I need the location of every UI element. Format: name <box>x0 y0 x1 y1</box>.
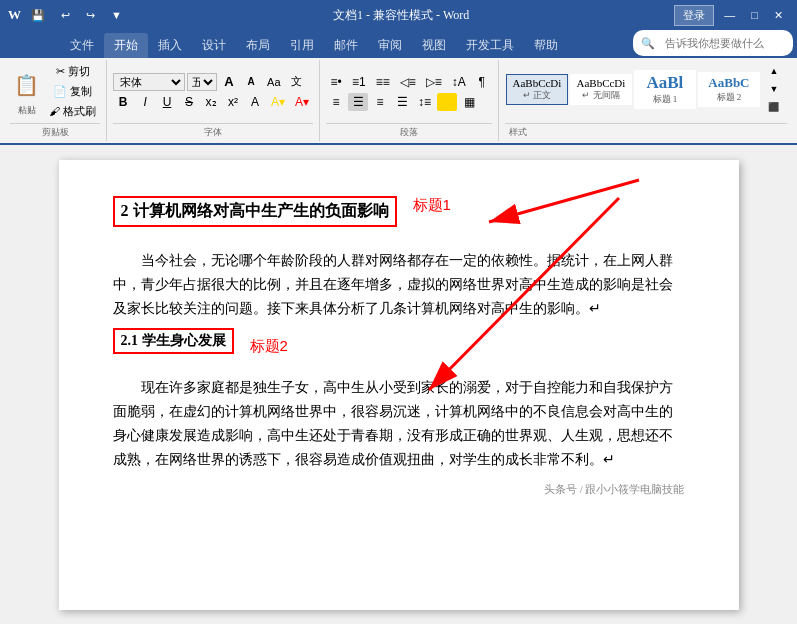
minimize-btn[interactable]: — <box>718 7 741 23</box>
styles-grid: AaBbCcDi ↵ 正文 AaBbCcDi ↵ 无间隔 AaBl 标题 1 <box>506 62 786 116</box>
watermark: 头条号 / 跟小小筱学电脑技能 <box>113 482 685 497</box>
styles-scroll-down[interactable]: ▼ <box>764 80 784 98</box>
ribbon-area: 📋 粘贴 ✂ 剪切 📄 复制 🖌 格式刷 剪贴板 宋体 <box>0 58 797 145</box>
font-section: 宋体 微软雅黑 黑体 五号 四号 三号 A A Aa 文 <box>107 60 320 141</box>
cut-btn[interactable]: ✂ 剪切 <box>45 62 100 81</box>
bold-btn[interactable]: B <box>113 93 133 111</box>
tab-view[interactable]: 视图 <box>412 33 456 58</box>
login-button[interactable]: 登录 <box>674 5 714 26</box>
styles-expand[interactable]: ⬛ <box>764 98 784 116</box>
clear-format-btn[interactable]: Aa <box>263 73 284 91</box>
line-spacing-btn[interactable]: ↕≡ <box>414 93 435 111</box>
style-h2-label: 标题 2 <box>717 91 742 104</box>
style-heading2[interactable]: AaBbC 标题 2 <box>698 72 760 107</box>
style-h1-preview: AaBl <box>647 73 684 93</box>
font-family-select[interactable]: 宋体 微软雅黑 黑体 <box>113 73 185 91</box>
heading1-text: 2 计算机网络对高中生产生的负面影响 <box>113 196 397 227</box>
heading1-label: 标题1 <box>413 196 451 215</box>
maximize-btn[interactable]: □ <box>745 7 764 23</box>
search-icon: 🔍 <box>641 37 655 50</box>
style-normal-label: ↵ 正文 <box>523 89 551 102</box>
show-marks-btn[interactable]: ¶ <box>472 73 492 91</box>
font-color-btn[interactable]: A▾ <box>291 93 313 111</box>
underline-btn[interactable]: U <box>157 93 177 111</box>
numbering-btn[interactable]: ≡1 <box>348 73 370 91</box>
tab-mailings[interactable]: 邮件 <box>324 33 368 58</box>
ribbon-content: 📋 粘贴 ✂ 剪切 📄 复制 🖌 格式刷 剪贴板 宋体 <box>0 58 797 143</box>
document-page: 2 计算机网络对高中生产生的负面影响 标题1 当今社会，无论哪个年龄阶段的人群对… <box>59 160 739 610</box>
justify-btn[interactable]: ☰ <box>392 93 412 111</box>
align-left-btn[interactable]: ≡ <box>326 93 346 111</box>
text-effect-btn[interactable]: A <box>245 93 265 111</box>
change-case-btn[interactable]: 文 <box>287 72 307 91</box>
align-right-btn[interactable]: ≡ <box>370 93 390 111</box>
redo-btn[interactable]: ↪ <box>80 7 101 24</box>
font-size-select[interactable]: 五号 四号 三号 <box>187 73 217 91</box>
style-no-spacing[interactable]: AaBbCcDi ↵ 无间隔 <box>570 74 632 105</box>
format-painter-btn[interactable]: 🖌 格式刷 <box>45 102 100 121</box>
tab-references[interactable]: 引用 <box>280 33 324 58</box>
title-bar-right: 登录 — □ ✕ <box>674 5 789 26</box>
heading2-label: 标题2 <box>250 337 288 356</box>
tab-layout[interactable]: 布局 <box>236 33 280 58</box>
paragraph-label: 段落 <box>326 123 492 139</box>
copy-btn[interactable]: 📄 复制 <box>45 82 100 101</box>
title-bar-left: W 💾 ↩ ↪ ▼ <box>8 7 128 24</box>
font-grow-btn[interactable]: A <box>219 72 239 91</box>
tab-file[interactable]: 文件 <box>60 33 104 58</box>
quick-save-btn[interactable]: 💾 <box>25 7 51 24</box>
font-label: 字体 <box>113 123 313 139</box>
customize-btn[interactable]: ▼ <box>105 7 128 23</box>
paste-btn[interactable]: 📋 <box>10 67 43 103</box>
paragraph-section: ≡• ≡1 ≡≡ ◁≡ ▷≡ ↕A ¶ ≡ ☰ ≡ ☰ ↕≡ <box>320 60 499 141</box>
style-nospacing-preview: AaBbCcDi <box>576 77 625 89</box>
tab-design[interactable]: 设计 <box>192 33 236 58</box>
title-bar-center: 文档1 - 兼容性模式 - Word <box>128 7 674 24</box>
undo-btn[interactable]: ↩ <box>55 7 76 24</box>
word-logo: W <box>8 7 21 23</box>
document-area: 2 计算机网络对高中生产生的负面影响 标题1 当今社会，无论哪个年龄阶段的人群对… <box>0 145 797 624</box>
tab-home[interactable]: 开始 <box>104 33 148 58</box>
tab-developer[interactable]: 开发工具 <box>456 33 524 58</box>
document-title: 文档1 - 兼容性模式 - Word <box>333 8 469 22</box>
subscript-btn[interactable]: x₂ <box>201 93 221 111</box>
clipboard-label: 剪贴板 <box>10 123 100 139</box>
paragraph2: 现在许多家庭都是独生子女，高中生从小受到家长的溺爱，对于自控能力和自我保护方面脆… <box>113 376 685 471</box>
styles-label: 样式 <box>505 123 787 139</box>
ribbon-tabs-bar: 文件 开始 插入 设计 布局 引用 邮件 审阅 视图 开发工具 帮助 🔍 <box>0 30 797 58</box>
shading-btn[interactable] <box>437 93 457 111</box>
style-h1-label: 标题 1 <box>653 93 678 106</box>
app-window: W 💾 ↩ ↪ ▼ 文档1 - 兼容性模式 - Word 登录 — □ ✕ 文件… <box>0 0 797 624</box>
style-normal[interactable]: AaBbCcDi ↵ 正文 <box>506 74 568 105</box>
heading2-text: 2.1 学生身心发展 <box>113 328 234 354</box>
font-shrink-btn[interactable]: A <box>241 73 261 91</box>
sort-btn[interactable]: ↕A <box>448 73 470 91</box>
tab-review[interactable]: 审阅 <box>368 33 412 58</box>
clipboard-buttons: 📋 粘贴 ✂ 剪切 📄 复制 🖌 格式刷 <box>10 62 100 121</box>
title-bar: W 💾 ↩ ↪ ▼ 文档1 - 兼容性模式 - Word 登录 — □ ✕ <box>0 0 797 30</box>
paragraph1: 当今社会，无论哪个年龄阶段的人群对网络都存在一定的依赖性。据统计，在上网人群中，… <box>113 249 685 320</box>
align-center-btn[interactable]: ☰ <box>348 93 368 111</box>
decrease-indent-btn[interactable]: ◁≡ <box>396 73 420 91</box>
highlight-btn[interactable]: A▾ <box>267 93 289 111</box>
borders-btn[interactable]: ▦ <box>459 93 479 111</box>
increase-indent-btn[interactable]: ▷≡ <box>422 73 446 91</box>
close-btn[interactable]: ✕ <box>768 7 789 24</box>
style-heading1[interactable]: AaBl 标题 1 <box>634 70 696 109</box>
search-input[interactable] <box>659 32 789 54</box>
styles-scroll-up[interactable]: ▲ <box>764 62 784 80</box>
multilevel-list-btn[interactable]: ≡≡ <box>372 73 394 91</box>
style-h2-preview: AaBbC <box>708 75 749 91</box>
tab-insert[interactable]: 插入 <box>148 33 192 58</box>
clipboard-section: 📋 粘贴 ✂ 剪切 📄 复制 🖌 格式刷 剪贴板 <box>4 60 107 141</box>
styles-section: AaBbCcDi ↵ 正文 AaBbCcDi ↵ 无间隔 AaBl 标题 1 <box>499 60 793 141</box>
superscript-btn[interactable]: x² <box>223 93 243 111</box>
bullets-btn[interactable]: ≡• <box>326 73 346 91</box>
style-nospacing-label: ↵ 无间隔 <box>582 89 619 102</box>
tab-help[interactable]: 帮助 <box>524 33 568 58</box>
style-normal-preview: AaBbCcDi <box>512 77 561 89</box>
italic-btn[interactable]: I <box>135 93 155 111</box>
strikethrough-btn[interactable]: S <box>179 93 199 111</box>
